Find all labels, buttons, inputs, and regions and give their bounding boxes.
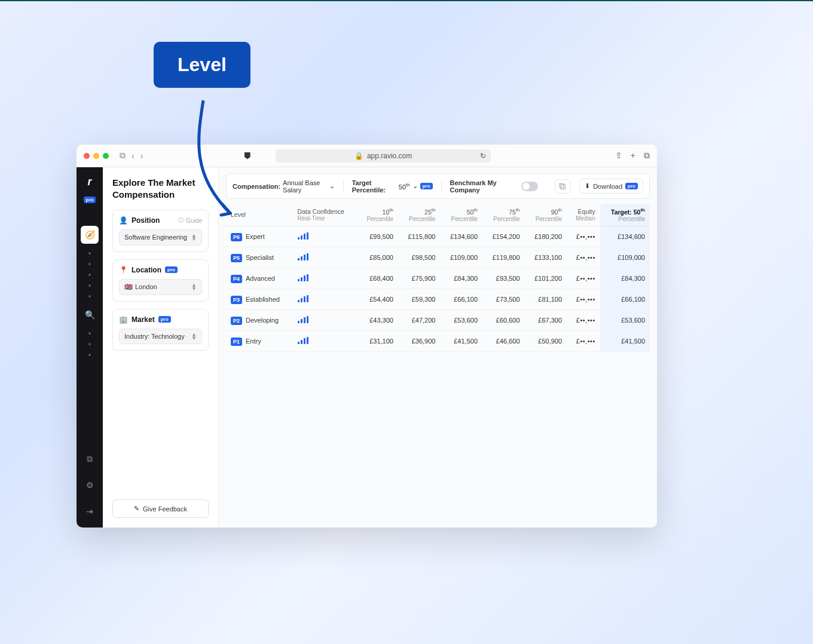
chevron-down-icon: ⌄ bbox=[412, 182, 418, 190]
cell-p90: £180,200 bbox=[525, 226, 567, 247]
cell-equity: £••,••• bbox=[567, 289, 600, 309]
maximize-window[interactable] bbox=[103, 153, 109, 159]
url-text: app.ravio.com bbox=[367, 152, 412, 160]
cell-p50: £134,600 bbox=[440, 226, 482, 247]
cell-level: P5Specialist bbox=[226, 247, 293, 268]
nav-dot[interactable] bbox=[88, 284, 91, 287]
nav-dot[interactable] bbox=[88, 295, 91, 298]
cell-p10: £43,300 bbox=[357, 309, 398, 330]
download-label: Download bbox=[593, 183, 622, 190]
pro-badge: pro bbox=[420, 183, 433, 189]
cell-p90: £50,900 bbox=[525, 330, 567, 351]
cell-p50: £66,100 bbox=[440, 289, 482, 309]
col-p75: 75thPercentile bbox=[482, 204, 525, 226]
sidebar-toggle-icon[interactable]: ⧉ bbox=[120, 151, 126, 161]
updown-icon: ▲▼ bbox=[191, 283, 197, 291]
bars-icon bbox=[298, 295, 308, 302]
cell-p75: £46,600 bbox=[482, 330, 525, 351]
nav-copy[interactable]: ⧉ bbox=[81, 450, 99, 468]
cell-p10: £31,100 bbox=[357, 330, 398, 351]
nav-dot[interactable] bbox=[88, 252, 91, 254]
browser-window: ⧉ ‹ › ⛊ 🔒 app.ravio.com ↻ ⇪ + ⧉ r pro 🧭 bbox=[77, 145, 657, 528]
nav-settings[interactable]: ⚙ bbox=[81, 476, 99, 494]
pro-badge: pro bbox=[84, 197, 96, 203]
table-row[interactable]: P4Advanced £68,400 £75,900 £84,300 £93,5… bbox=[226, 268, 650, 289]
table-row[interactable]: P2Developing £43,300 £47,200 £53,600 £60… bbox=[226, 309, 650, 330]
toolbar: Compensation: Annual Base Salary ⌄ Targe… bbox=[226, 173, 650, 199]
position-select[interactable]: Software Engineering ▲▼ bbox=[119, 229, 202, 246]
cell-p25: £115,800 bbox=[398, 226, 441, 247]
cell-p75: £93,500 bbox=[482, 268, 525, 289]
cell-p90: £67,300 bbox=[525, 309, 567, 330]
market-select[interactable]: Industry: Technology ▲▼ bbox=[119, 329, 202, 345]
nav-dot[interactable] bbox=[88, 343, 91, 345]
cell-p75: £73,500 bbox=[482, 289, 525, 309]
nav-dot[interactable] bbox=[88, 332, 91, 335]
col-p50: 50thPercentile bbox=[440, 204, 482, 226]
close-window[interactable] bbox=[84, 153, 90, 159]
app-sidebar: r pro 🧭 🔍 ⧉ ⚙ ⇥ bbox=[77, 167, 103, 528]
nav-explore[interactable]: 🧭 bbox=[81, 226, 99, 244]
table-row[interactable]: P1Entry £31,100 £36,900 £41,500 £46,600 … bbox=[226, 330, 650, 351]
bars-icon bbox=[298, 253, 308, 260]
target-percentile-selector[interactable]: Target Percentile: 50th ⌄ pro bbox=[352, 179, 433, 194]
feedback-label: Give Feedback bbox=[143, 505, 187, 513]
cell-confidence bbox=[293, 309, 357, 330]
bars-icon bbox=[298, 232, 308, 240]
feedback-button[interactable]: ✎ Give Feedback bbox=[112, 499, 209, 518]
cell-p10: £68,400 bbox=[357, 268, 398, 289]
compass-icon: 🧭 bbox=[85, 230, 95, 240]
table-row[interactable]: P6Expert £99,500 £115,800 £134,600 £154,… bbox=[226, 226, 650, 247]
cell-equity: £••,••• bbox=[567, 268, 600, 289]
col-p10: 10thPercentile bbox=[357, 204, 398, 226]
nav-logout[interactable]: ⇥ bbox=[81, 502, 99, 520]
target-label: Target Percentile: bbox=[352, 179, 396, 194]
logout-icon: ⇥ bbox=[86, 507, 93, 516]
cell-p50: £109,000 bbox=[440, 247, 482, 268]
level-badge: P1 bbox=[231, 338, 242, 346]
benchmark-toggle[interactable] bbox=[521, 182, 538, 191]
cell-p50: £41,500 bbox=[440, 330, 482, 351]
share-icon[interactable]: ⇪ bbox=[615, 151, 622, 161]
cell-p50: £53,600 bbox=[440, 309, 482, 330]
download-button[interactable]: ⬇ Download pro bbox=[579, 179, 643, 194]
cell-confidence bbox=[293, 226, 357, 247]
search-icon: 🔍 bbox=[85, 310, 95, 320]
nav-dot[interactable] bbox=[88, 263, 91, 265]
cell-confidence bbox=[293, 268, 357, 289]
forward-icon[interactable]: › bbox=[140, 151, 143, 161]
bars-icon bbox=[298, 337, 308, 344]
gear-icon: ⚙ bbox=[86, 480, 94, 490]
level-badge: P4 bbox=[231, 275, 242, 283]
minimize-window[interactable] bbox=[93, 153, 99, 159]
columns-button[interactable]: ⿻ bbox=[555, 179, 571, 194]
tabs-icon[interactable]: ⧉ bbox=[644, 151, 650, 161]
updown-icon: ▲▼ bbox=[191, 333, 197, 341]
url-bar[interactable]: 🔒 app.ravio.com ↻ bbox=[276, 149, 491, 162]
cell-p25: £36,900 bbox=[398, 330, 441, 351]
cell-target: £53,600 bbox=[600, 309, 650, 330]
cell-level: P6Expert bbox=[226, 226, 293, 247]
table-row[interactable]: P3Established £54,400 £59,300 £66,100 £7… bbox=[226, 289, 650, 309]
cell-p75: £154,200 bbox=[482, 226, 525, 247]
table-row[interactable]: P5Specialist £85,000 £98,500 £109,000 £1… bbox=[226, 247, 650, 268]
position-value: Software Engineering bbox=[124, 234, 187, 241]
cell-p10: £54,400 bbox=[357, 289, 398, 309]
nav-search[interactable]: 🔍 bbox=[81, 306, 99, 324]
table-header-row: Level Data ConfidenceReal-Time 10thPerce… bbox=[226, 204, 650, 226]
filter-market: 🏢 Market pro Industry: Technology ▲▼ bbox=[112, 309, 209, 351]
nav-dot[interactable] bbox=[88, 354, 91, 356]
app-logo: r bbox=[87, 176, 91, 188]
level-badge: P5 bbox=[231, 254, 242, 262]
cell-target: £84,300 bbox=[600, 268, 650, 289]
nav-dot[interactable] bbox=[88, 274, 91, 276]
new-tab-icon[interactable]: + bbox=[631, 151, 635, 161]
location-select[interactable]: 🇬🇧London ▲▼ bbox=[119, 279, 202, 295]
pin-icon: 📍 bbox=[119, 266, 128, 274]
refresh-icon[interactable]: ↻ bbox=[480, 152, 486, 160]
columns-icon: ⿻ bbox=[560, 183, 566, 190]
cell-level: P4Advanced bbox=[226, 268, 293, 289]
back-icon[interactable]: ‹ bbox=[132, 151, 135, 161]
compensation-table: Level Data ConfidenceReal-Time 10thPerce… bbox=[226, 204, 650, 352]
bars-icon bbox=[298, 316, 308, 323]
